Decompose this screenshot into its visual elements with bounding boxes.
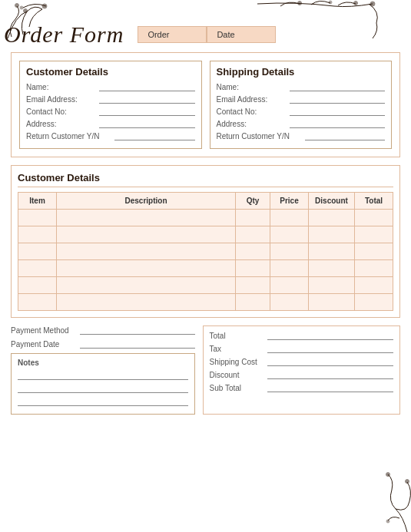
discount-total-field: Discount xyxy=(210,370,394,379)
cell-discount[interactable] xyxy=(309,260,355,277)
table-row[interactable] xyxy=(18,210,393,226)
table-row[interactable] xyxy=(18,277,393,294)
shipping-cost-input[interactable] xyxy=(267,357,394,366)
cell-price[interactable] xyxy=(270,210,309,226)
payment-date-input[interactable] xyxy=(80,339,195,349)
cell-desc[interactable] xyxy=(57,294,236,311)
col-description: Description xyxy=(57,193,236,210)
customer-name-input[interactable] xyxy=(99,82,195,91)
shipping-cost-label: Shipping Cost xyxy=(210,358,267,366)
discount-total-input[interactable] xyxy=(267,370,394,379)
cell-qty[interactable] xyxy=(236,210,270,226)
svg-point-1 xyxy=(24,9,28,13)
shipping-email-field: Email Address: xyxy=(217,94,386,104)
payment-notes: Payment Method Payment Date Notes xyxy=(11,325,195,415)
payment-date-label: Payment Date xyxy=(11,340,80,349)
cell-desc[interactable] xyxy=(57,210,236,226)
customer-email-input[interactable] xyxy=(99,94,195,104)
cell-qty[interactable] xyxy=(236,260,270,277)
shipping-name-field: Name: xyxy=(217,82,386,91)
total-input[interactable] xyxy=(267,331,394,340)
customer-contact-input[interactable] xyxy=(99,107,195,116)
cell-price[interactable] xyxy=(270,277,309,294)
cell-discount[interactable] xyxy=(309,294,355,311)
cell-qty[interactable] xyxy=(236,243,270,260)
cell-item[interactable] xyxy=(18,226,57,243)
cell-total[interactable] xyxy=(355,260,393,277)
col-discount: Discount xyxy=(309,193,355,210)
shipping-address-input[interactable] xyxy=(290,119,386,128)
cell-item[interactable] xyxy=(18,277,57,294)
customer-name-field: Name: xyxy=(26,82,195,91)
total-label: Total xyxy=(210,332,267,340)
cell-price[interactable] xyxy=(270,260,309,277)
order-field[interactable]: Order xyxy=(138,26,207,43)
cell-price[interactable] xyxy=(270,294,309,311)
svg-point-7 xyxy=(370,2,375,6)
shipping-contact-input[interactable] xyxy=(290,107,386,116)
customer-contact-label: Contact No: xyxy=(26,107,99,116)
cell-total[interactable] xyxy=(355,294,393,311)
cell-discount[interactable] xyxy=(309,210,355,226)
shipping-email-input[interactable] xyxy=(290,94,386,104)
table-row[interactable] xyxy=(18,260,393,277)
cell-item[interactable] xyxy=(18,294,57,311)
table-row[interactable] xyxy=(18,294,393,311)
payment-method-input[interactable] xyxy=(80,325,195,335)
subtotal-label: Sub Total xyxy=(210,384,267,392)
shipping-contact-label: Contact No: xyxy=(217,107,290,116)
cell-desc[interactable] xyxy=(57,226,236,243)
shipping-return-field: Return Customer Y/N xyxy=(217,131,386,140)
shipping-address-field: Address: xyxy=(217,119,386,128)
main-content: Customer Details Name: Email Address: Co… xyxy=(11,52,400,524)
header-fields: Order Date xyxy=(138,26,276,43)
table-row[interactable] xyxy=(18,243,393,260)
table-row[interactable] xyxy=(18,226,393,243)
notes-line-3[interactable] xyxy=(18,396,188,406)
cell-desc[interactable] xyxy=(57,243,236,260)
cell-price[interactable] xyxy=(270,243,309,260)
cell-discount[interactable] xyxy=(309,243,355,260)
cell-total[interactable] xyxy=(355,243,393,260)
svg-point-3 xyxy=(15,4,19,8)
cell-qty[interactable] xyxy=(236,277,270,294)
cell-discount[interactable] xyxy=(309,226,355,243)
notes-line-1[interactable] xyxy=(18,370,188,380)
tax-field: Tax xyxy=(210,344,394,353)
cell-qty[interactable] xyxy=(236,294,270,311)
subtotal-input[interactable] xyxy=(267,383,394,392)
cell-total[interactable] xyxy=(355,226,393,243)
order-table: Item Description Qty Price Discount Tota… xyxy=(18,192,393,311)
cell-desc[interactable] xyxy=(57,260,236,277)
col-qty: Qty xyxy=(236,193,270,210)
shipping-return-input[interactable] xyxy=(305,131,386,140)
cell-item[interactable] xyxy=(18,243,57,260)
cell-item[interactable] xyxy=(18,260,57,277)
notes-title: Notes xyxy=(18,359,188,367)
cell-desc[interactable] xyxy=(57,277,236,294)
customer-return-field: Return Customer Y/N xyxy=(26,131,195,140)
shipping-name-input[interactable] xyxy=(290,82,386,91)
customer-email-label: Email Address: xyxy=(26,95,99,104)
total-field: Total xyxy=(210,331,394,340)
cell-total[interactable] xyxy=(355,277,393,294)
customer-address-input[interactable] xyxy=(99,119,195,128)
tax-input[interactable] xyxy=(267,344,394,353)
cell-qty[interactable] xyxy=(236,226,270,243)
date-field[interactable]: Date xyxy=(207,26,276,43)
cell-item[interactable] xyxy=(18,210,57,226)
customer-return-input[interactable] xyxy=(114,131,195,140)
svg-point-6 xyxy=(354,2,358,5)
customer-contact-field: Contact No: xyxy=(26,107,195,116)
notes-line-2[interactable] xyxy=(18,383,188,393)
cell-discount[interactable] xyxy=(309,277,355,294)
svg-point-4 xyxy=(298,2,302,5)
svg-point-9 xyxy=(406,480,409,484)
payment-date-field: Payment Date xyxy=(11,339,195,349)
cell-price[interactable] xyxy=(270,226,309,243)
shipping-cost-field: Shipping Cost xyxy=(210,357,394,366)
col-price: Price xyxy=(270,193,309,210)
shipping-email-label: Email Address: xyxy=(217,95,290,104)
cell-total[interactable] xyxy=(355,210,393,226)
top-section: Customer Details Name: Email Address: Co… xyxy=(11,52,400,157)
